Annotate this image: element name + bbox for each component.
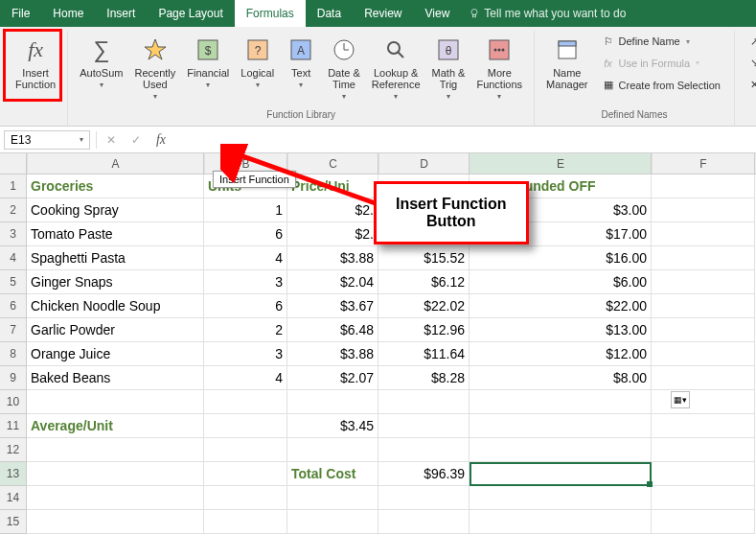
cell[interactable]: $6.00	[470, 270, 652, 294]
cell[interactable]: $22.02	[378, 294, 470, 318]
cell[interactable]: $8.00	[470, 366, 652, 390]
cell[interactable]	[470, 414, 652, 438]
cell[interactable]	[378, 438, 470, 462]
cell[interactable]	[27, 462, 204, 486]
formula-input[interactable]	[173, 130, 756, 150]
col-header-c[interactable]: C	[287, 153, 378, 174]
cell[interactable]	[287, 390, 378, 414]
cell[interactable]	[287, 486, 378, 510]
cell[interactable]: $22.00	[470, 294, 652, 318]
row-header[interactable]: 2	[0, 198, 27, 222]
col-header-d[interactable]: D	[378, 153, 470, 174]
tab-page-layout[interactable]: Page Layout	[147, 0, 234, 27]
cell[interactable]	[204, 462, 287, 486]
cell[interactable]: $2.	[287, 198, 378, 222]
cell[interactable]: 2	[204, 318, 287, 342]
accept-formula-button[interactable]: ✓	[124, 130, 149, 150]
tab-insert[interactable]: Insert	[95, 0, 147, 27]
cell[interactable]: $12.00	[470, 342, 652, 366]
row-header[interactable]: 8	[0, 342, 27, 366]
trace-precedents-button[interactable]: ↗Trace	[745, 34, 756, 49]
cell[interactable]: $3.88	[287, 342, 378, 366]
cell[interactable]	[204, 486, 287, 510]
date-time-button[interactable]: Date & Time▾	[322, 31, 366, 105]
cell[interactable]: $12.96	[378, 318, 470, 342]
cell[interactable]: $2.07	[287, 366, 378, 390]
row-header[interactable]: 15	[0, 510, 27, 534]
tell-me-search[interactable]: Tell me what you want to do	[461, 0, 633, 27]
autosum-button[interactable]: ∑ AutoSum▾	[74, 31, 128, 93]
cell[interactable]	[204, 510, 287, 534]
cell[interactable]	[652, 438, 755, 462]
text-button[interactable]: A Text▾	[280, 31, 322, 93]
recently-used-button[interactable]: Recently Used▾	[128, 31, 181, 105]
cell[interactable]: 3	[204, 342, 287, 366]
cell[interactable]	[204, 390, 287, 414]
cell[interactable]: Ginger Snaps	[27, 270, 204, 294]
smart-tag-button[interactable]: ▦▾	[671, 391, 690, 408]
create-from-selection-button[interactable]: ▦Create from Selection	[598, 78, 724, 93]
cell[interactable]: $6.12	[378, 270, 470, 294]
cell[interactable]: $15.52	[378, 246, 470, 270]
cell[interactable]: $16.00	[470, 246, 652, 270]
cell[interactable]	[652, 198, 755, 222]
cell[interactable]: $8.28	[378, 366, 470, 390]
cell[interactable]: Tomato Paste	[27, 222, 204, 246]
remove-arrows-button[interactable]: ✕Remo	[745, 78, 756, 93]
cell[interactable]	[378, 414, 470, 438]
cancel-formula-button[interactable]: ✕	[99, 130, 124, 150]
lookup-button[interactable]: Lookup & Reference▾	[366, 31, 426, 105]
cell[interactable]	[27, 438, 204, 462]
tab-view[interactable]: View	[414, 0, 462, 27]
cell[interactable]	[470, 462, 652, 486]
cell[interactable]	[652, 174, 755, 198]
insert-function-button[interactable]: fx Insert Function	[10, 31, 61, 94]
row-header[interactable]: 10	[0, 390, 27, 414]
name-box[interactable]: E13▾	[4, 130, 90, 150]
row-header[interactable]: 9	[0, 366, 27, 390]
row-header[interactable]: 5	[0, 270, 27, 294]
cell[interactable]	[204, 414, 287, 438]
select-all-corner[interactable]	[0, 153, 27, 174]
trace-dependents-button[interactable]: ↘Trace	[745, 56, 756, 71]
cell[interactable]: Spaghetti Pasta	[27, 246, 204, 270]
cell[interactable]	[652, 222, 755, 246]
cell[interactable]	[378, 390, 470, 414]
tab-data[interactable]: Data	[306, 0, 353, 27]
cell[interactable]: $2.04	[287, 270, 378, 294]
cell[interactable]: 1	[204, 198, 287, 222]
use-in-formula-button[interactable]: fxUse in Formula▾	[598, 56, 724, 71]
tab-review[interactable]: Review	[353, 0, 413, 27]
cell[interactable]	[287, 438, 378, 462]
define-name-button[interactable]: ⚐Define Name▾	[598, 34, 724, 49]
name-manager-button[interactable]: Name Manager	[540, 31, 593, 94]
cell[interactable]	[204, 438, 287, 462]
tab-file[interactable]: File	[0, 0, 41, 27]
cell[interactable]: 4	[204, 366, 287, 390]
cell[interactable]	[470, 438, 652, 462]
cell[interactable]: $3.45	[287, 414, 378, 438]
logical-button[interactable]: ? Logical▾	[235, 31, 280, 93]
cell[interactable]: Price/Uni	[287, 174, 378, 198]
cell[interactable]: Garlic Powder	[27, 318, 204, 342]
row-header[interactable]: 11	[0, 414, 27, 438]
tab-formulas[interactable]: Formulas	[235, 0, 306, 27]
row-header[interactable]: 1	[0, 174, 27, 198]
insert-function-fx-button[interactable]: fx	[149, 130, 173, 150]
cell[interactable]	[652, 390, 755, 414]
col-header-f[interactable]: F	[652, 153, 755, 174]
cell[interactable]	[27, 390, 204, 414]
cell[interactable]: Cooking Spray	[27, 198, 204, 222]
cell[interactable]	[652, 318, 755, 342]
cell[interactable]: 3	[204, 270, 287, 294]
cell[interactable]	[652, 294, 755, 318]
cell[interactable]: 4	[204, 246, 287, 270]
cell[interactable]	[652, 486, 755, 510]
cell[interactable]	[652, 414, 755, 438]
cell[interactable]: Average/Unit	[27, 414, 204, 438]
math-trig-button[interactable]: θ Math & Trig▾	[426, 31, 471, 105]
row-header[interactable]: 13	[0, 462, 27, 486]
cell[interactable]: Groceries	[27, 174, 204, 198]
cell[interactable]	[652, 246, 755, 270]
row-header[interactable]: 4	[0, 246, 27, 270]
